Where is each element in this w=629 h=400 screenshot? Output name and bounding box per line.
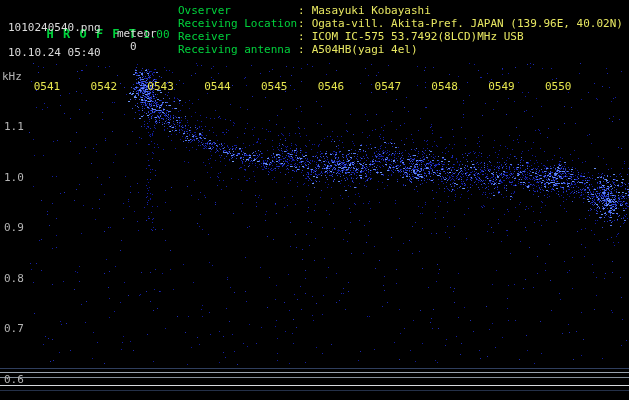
- level-line-4: [0, 390, 629, 391]
- freq-label-0.6: 0.6: [4, 373, 24, 386]
- info-label: Receiving Location: [178, 17, 298, 30]
- info-row-1: Receiving Location:Ogata-vill. Akita-Pre…: [178, 17, 623, 30]
- info-row-0: Ovserver:Masayuki Kobayashi: [178, 4, 623, 17]
- time-label-0544: 0544: [204, 80, 231, 93]
- meteor-count: 0: [130, 41, 137, 53]
- info-label: Receiving antenna: [178, 43, 298, 56]
- hrofft-output-screen: H R O F F T1.00 1010240540.png meteor 0 …: [0, 0, 629, 400]
- level-line-0: [0, 368, 629, 369]
- info-separator: :: [298, 43, 305, 56]
- time-label-0541: 0541: [34, 80, 61, 93]
- info-row-2: Receiver:ICOM IC-575 53.7492(8LCD)MHz US…: [178, 30, 623, 43]
- freq-label-0.9: 0.9: [4, 221, 24, 234]
- station-info-block: Ovserver:Masayuki KobayashiReceiving Loc…: [178, 4, 623, 56]
- info-row-3: Receiving antenna:A504HB(yagi 4el): [178, 43, 623, 56]
- info-value: A504HB(yagi 4el): [312, 43, 418, 56]
- info-separator: :: [298, 30, 305, 43]
- time-label-0548: 0548: [431, 80, 458, 93]
- time-label-0545: 0545: [261, 80, 288, 93]
- freq-label-0.7: 0.7: [4, 322, 24, 335]
- observation-datetime: 10.10.24 05:40: [8, 47, 101, 59]
- info-separator: :: [298, 17, 305, 30]
- info-separator: :: [298, 4, 305, 17]
- freq-unit-label: kHz: [2, 70, 22, 83]
- freq-label-0.8: 0.8: [4, 272, 24, 285]
- info-value: Masayuki Kobayashi: [312, 4, 431, 17]
- info-label: Receiver: [178, 30, 298, 43]
- info-value: Ogata-vill. Akita-Pref. JAPAN (139.96E, …: [312, 17, 623, 30]
- freq-label-1.0: 1.0: [4, 171, 24, 184]
- time-label-0543: 0543: [147, 80, 174, 93]
- time-label-0546: 0546: [318, 80, 345, 93]
- time-label-0547: 0547: [375, 80, 402, 93]
- time-label-0550: 0550: [545, 80, 572, 93]
- mode-label: meteor: [117, 28, 157, 40]
- level-line-1: [0, 372, 629, 373]
- freq-label-1.1: 1.1: [4, 120, 24, 133]
- output-filename: 1010240540.png: [8, 22, 101, 34]
- level-line-2: [0, 377, 629, 378]
- time-label-0549: 0549: [488, 80, 515, 93]
- level-line-3: [0, 385, 629, 386]
- time-label-0542: 0542: [91, 80, 118, 93]
- info-label: Ovserver: [178, 4, 298, 17]
- info-value: ICOM IC-575 53.7492(8LCD)MHz USB: [312, 30, 524, 43]
